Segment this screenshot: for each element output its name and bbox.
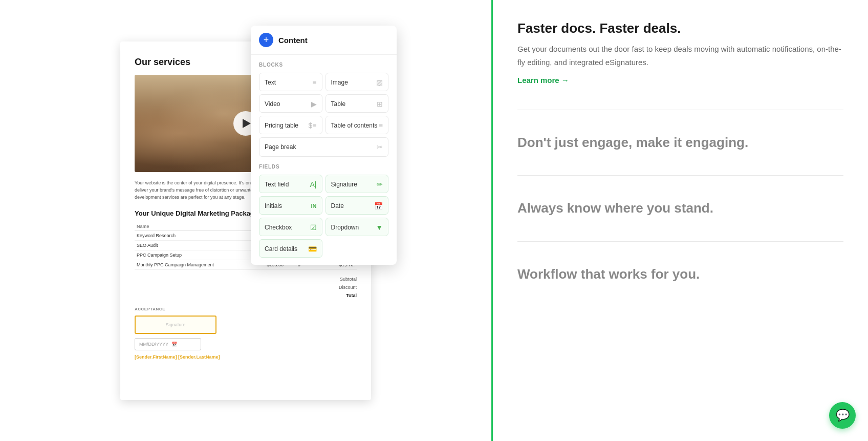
block-pricing-table[interactable]: Pricing table $≡: [259, 116, 322, 134]
blocks-grid: Text ≡ Image ▨ Video ▶ Table ⊞: [259, 73, 388, 134]
table-icon: ⊞: [377, 100, 383, 108]
panel-header: + Content: [251, 26, 397, 55]
block-page-break[interactable]: Page break ✂: [259, 137, 388, 157]
date-box[interactable]: MM/DD/YYYY 📅: [135, 338, 201, 350]
divider-3: [517, 241, 843, 242]
block-text[interactable]: Text ≡: [259, 73, 322, 91]
block-video[interactable]: Video ▶: [259, 94, 322, 113]
feature-4-title: Workflow that works for you.: [517, 266, 843, 282]
feature-3-title: Always know where you stand.: [517, 200, 843, 216]
col-header-name: Name: [135, 222, 246, 231]
pricing-icon: $≡: [309, 121, 317, 130]
text-field-icon: A|: [310, 180, 317, 188]
feature-2: Don't just engage, make it engaging.: [517, 135, 843, 151]
text-icon: ≡: [312, 78, 316, 87]
feature-2-title: Don't just engage, make it engaging.: [517, 135, 843, 151]
table-totals: Subtotal Discount Total: [135, 275, 357, 300]
block-table[interactable]: Table ⊞: [326, 94, 389, 113]
add-button[interactable]: +: [259, 33, 273, 47]
field-card-details[interactable]: Card details 💳: [259, 239, 322, 258]
field-date[interactable]: Date 📅: [326, 196, 389, 215]
learn-more-link[interactable]: Learn more →: [517, 76, 569, 85]
feature-3: Always know where you stand.: [517, 200, 843, 216]
divider-1: [517, 110, 843, 110]
block-table-of-contents[interactable]: Table of contents ≡: [326, 116, 389, 134]
blocks-label: BLOCKS: [259, 62, 388, 68]
fields-grid: Text field A| Signature ✏ Initials IN Da…: [259, 175, 388, 258]
video-icon: ▶: [311, 100, 317, 108]
panel-title: Content: [278, 36, 308, 45]
initials-icon: IN: [311, 203, 317, 209]
plus-icon: +: [264, 35, 269, 46]
date-field-icon: 📅: [374, 202, 383, 210]
image-icon: ▨: [376, 78, 383, 87]
field-text[interactable]: Text field A|: [259, 175, 322, 193]
dropdown-icon: ▼: [376, 223, 383, 232]
panel-body: BLOCKS Text ≡ Image ▨ Video ▶: [251, 55, 397, 265]
feature-4: Workflow that works for you.: [517, 266, 843, 282]
right-section: Faster docs. Faster deals. Get your docu…: [491, 0, 868, 441]
field-initials[interactable]: Initials IN: [259, 196, 322, 215]
block-image[interactable]: Image ▨: [326, 73, 389, 91]
scissors-icon: ✂: [377, 143, 383, 151]
chat-button[interactable]: 💬: [829, 402, 856, 429]
divider-2: [517, 175, 843, 176]
acceptance-label: ACCEPTANCE: [135, 307, 357, 311]
chat-icon: 💬: [836, 409, 850, 422]
signature-box[interactable]: Signature: [135, 316, 216, 334]
signature-icon: ✏: [377, 180, 383, 188]
field-signature[interactable]: Signature ✏: [326, 175, 389, 193]
fields-label: FIELDS: [259, 164, 388, 170]
card-icon: 💳: [308, 245, 317, 253]
field-checkbox[interactable]: Checkbox ☑: [259, 218, 322, 236]
checkbox-icon: ☑: [310, 223, 317, 232]
feature-1: Faster docs. Faster deals. Get your docu…: [517, 20, 843, 85]
field-dropdown[interactable]: Dropdown ▼: [326, 218, 389, 236]
sender-tags: [Sender.FirstName] [Sender.LastName]: [135, 354, 357, 360]
feature-1-desc: Get your documents out the door fast to …: [517, 43, 843, 69]
toc-icon: ≡: [379, 121, 383, 130]
feature-1-title: Faster docs. Faster deals.: [517, 20, 843, 36]
left-section: Our services Your website is the center …: [0, 0, 491, 441]
calendar-icon: 📅: [171, 342, 177, 347]
content-panel: + Content BLOCKS Text ≡ Image ▨ Video: [251, 26, 397, 265]
